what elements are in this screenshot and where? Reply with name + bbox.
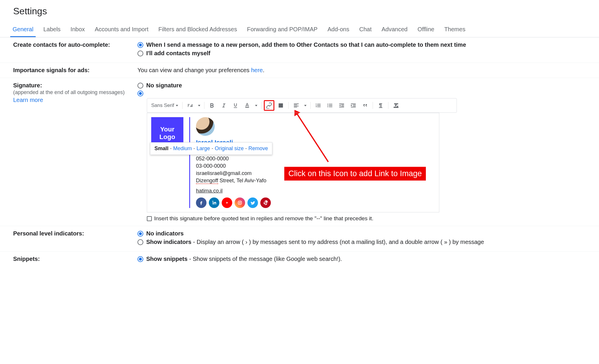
tab-advanced[interactable]: Advanced xyxy=(379,22,410,37)
insert-before-label[interactable]: Insert this signature before quoted text… xyxy=(154,215,373,222)
svg-point-3 xyxy=(241,201,241,202)
signature-toolbar: Sans Serif xyxy=(147,98,457,113)
auto-complete-option-1[interactable]: When I send a message to a new person, a… xyxy=(146,41,466,48)
font-family-dropdown[interactable]: Sans Serif xyxy=(149,103,180,108)
italic-button[interactable] xyxy=(218,100,229,111)
youtube-icon[interactable] xyxy=(222,197,232,208)
tab-offline[interactable]: Offline xyxy=(415,22,436,37)
insert-image-button[interactable] xyxy=(276,100,286,111)
indent-less-button[interactable] xyxy=(336,100,347,111)
ads-suffix: . xyxy=(263,67,264,73)
auto-complete-radio-1[interactable] xyxy=(137,42,143,48)
ads-label: Importance signals for ads: xyxy=(13,67,137,74)
tab-themes[interactable]: Themes xyxy=(442,22,468,37)
ltr-rtl-button[interactable] xyxy=(375,100,386,111)
bold-button[interactable] xyxy=(207,100,217,111)
tab-filters[interactable]: Filters and Blocked Addresses xyxy=(156,22,239,37)
signature-label: Signature: (appended at the end of all o… xyxy=(13,82,137,222)
signature-editor[interactable]: Your Logo Israel Israeli 052-000-0000 03… xyxy=(147,113,439,212)
font-size-caret[interactable] xyxy=(197,100,202,111)
numbered-list-button[interactable] xyxy=(313,100,323,111)
tab-accounts[interactable]: Accounts and Import xyxy=(92,22,151,37)
size-large[interactable]: Large xyxy=(197,145,210,151)
size-small[interactable]: Small xyxy=(154,145,168,151)
size-original[interactable]: Original size xyxy=(215,145,244,151)
tab-addons[interactable]: Add-ons xyxy=(325,22,352,37)
bullet-list-button[interactable] xyxy=(325,100,335,111)
insert-link-button[interactable] xyxy=(264,100,274,111)
settings-tabs: General Labels Inbox Accounts and Import… xyxy=(0,22,599,37)
font-size-button[interactable] xyxy=(185,100,195,111)
no-signature-label[interactable]: No signature xyxy=(146,82,182,89)
tab-general[interactable]: General xyxy=(10,22,36,37)
no-indicators-radio[interactable] xyxy=(137,231,143,237)
show-indicators-radio[interactable] xyxy=(137,239,143,245)
auto-complete-radio-2[interactable] xyxy=(137,51,143,56)
align-caret[interactable] xyxy=(303,100,308,111)
show-indicators-label[interactable]: Show indicators - Display an arrow ( › )… xyxy=(146,239,484,245)
signature-learn-more[interactable]: Learn more xyxy=(13,97,43,103)
insert-before-checkbox[interactable] xyxy=(147,216,152,221)
tab-labels[interactable]: Labels xyxy=(41,22,63,37)
show-snippets-label[interactable]: Show snippets - Show snippets of the mes… xyxy=(146,256,342,262)
ads-text: You can view and change your preferences xyxy=(137,67,251,73)
twitter-icon[interactable] xyxy=(247,197,258,208)
signature-phone1[interactable]: 052-000-0000 xyxy=(196,156,271,162)
ads-link[interactable]: here xyxy=(251,67,263,73)
signature-email[interactable]: israelisraeli@gmail.com xyxy=(196,170,271,176)
linkedin-icon[interactable] xyxy=(209,197,219,208)
custom-signature-radio[interactable] xyxy=(137,91,143,96)
no-indicators-label[interactable]: No indicators xyxy=(146,230,184,237)
snippets-label: Snippets: xyxy=(13,256,137,264)
remove-format-button[interactable] xyxy=(391,100,401,111)
signature-sub: (appended at the end of all outgoing mes… xyxy=(13,89,125,95)
size-remove[interactable]: Remove xyxy=(248,145,268,151)
auto-complete-label: Create contacts for auto-complete: xyxy=(13,41,137,58)
text-color-button[interactable] xyxy=(242,100,252,111)
instagram-icon[interactable] xyxy=(235,197,245,208)
indent-more-button[interactable] xyxy=(348,100,359,111)
underline-button[interactable] xyxy=(230,100,241,111)
signature-phone2[interactable]: 03-000-0000 xyxy=(196,163,271,169)
text-color-caret[interactable] xyxy=(254,100,259,111)
signature-website[interactable]: hatima.co.il xyxy=(196,188,271,194)
signature-avatar[interactable] xyxy=(196,117,215,136)
tab-inbox[interactable]: Inbox xyxy=(68,22,87,37)
auto-complete-option-2[interactable]: I'll add contacts myself xyxy=(146,50,210,57)
size-medium[interactable]: Medium xyxy=(173,145,192,151)
tab-chat[interactable]: Chat xyxy=(357,22,374,37)
pinterest-icon[interactable] xyxy=(260,197,271,208)
signature-address[interactable]: Dizengoff Street, Tel Aviv-Yafo xyxy=(196,178,271,184)
svg-point-2 xyxy=(239,202,241,204)
facebook-icon[interactable] xyxy=(196,197,206,208)
no-signature-radio[interactable] xyxy=(137,83,143,89)
quote-button[interactable] xyxy=(360,100,370,111)
show-snippets-radio[interactable] xyxy=(137,256,143,262)
indicators-label: Personal level indicators: xyxy=(13,230,137,247)
image-size-popup: Small - Medium - Large - Original size -… xyxy=(150,142,272,155)
page-title: Settings xyxy=(0,0,599,22)
svg-rect-0 xyxy=(245,107,249,108)
tab-forwarding[interactable]: Forwarding and POP/IMAP xyxy=(245,22,320,37)
